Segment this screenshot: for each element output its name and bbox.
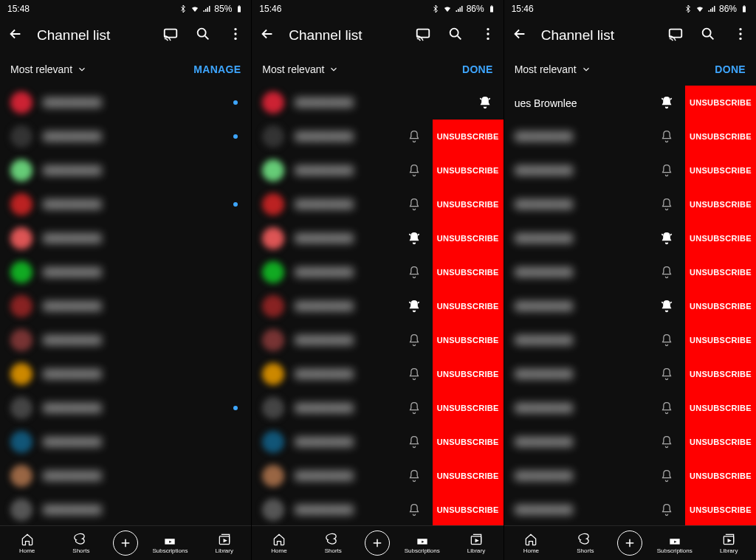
channel-row[interactable]: ████████UNSUBSCRIBE — [504, 493, 756, 525]
unsubscribe-button[interactable]: UNSUBSCRIBE — [433, 493, 504, 525]
channel-row[interactable]: ████████UNSUBSCRIBE — [252, 255, 503, 289]
cast-icon[interactable] — [162, 26, 179, 45]
unsubscribe-button[interactable]: UNSUBSCRIBE — [685, 493, 756, 525]
channel-row[interactable]: ████████UNSUBSCRIBE — [504, 425, 756, 459]
unsubscribe-button[interactable]: UNSUBSCRIBE — [685, 221, 756, 255]
unsubscribe-button[interactable]: UNSUBSCRIBE — [685, 289, 756, 323]
nav-subscriptions[interactable]: Subscriptions — [653, 532, 697, 554]
channel-row[interactable]: ████████UNSUBSCRIBE — [504, 289, 756, 323]
channel-row[interactable]: ████████UNSUBSCRIBE — [504, 459, 756, 493]
channel-row[interactable]: ████████UNSUBSCRIBE — [504, 120, 756, 153]
channel-row[interactable]: ████████UNSUBSCRIBE — [504, 391, 756, 425]
sort-dropdown[interactable]: Most relevant — [10, 63, 87, 75]
channel-list[interactable]: ████████████████████████████████████████… — [0, 86, 251, 525]
nav-subscriptions[interactable]: Subscriptions — [400, 532, 444, 554]
channel-row[interactable]: ████████ — [0, 86, 251, 120]
channel-row[interactable]: ████████ — [252, 86, 503, 120]
notification-bell-icon[interactable] — [659, 230, 675, 246]
notification-bell-icon[interactable] — [659, 468, 675, 484]
notification-bell-icon[interactable] — [406, 502, 422, 518]
channel-row[interactable]: ████████UNSUBSCRIBE — [252, 493, 503, 525]
channel-row[interactable]: ████████UNSUBSCRIBE — [252, 120, 503, 153]
channel-row[interactable]: ████████UNSUBSCRIBE — [504, 357, 756, 391]
done-button[interactable]: DONE — [715, 63, 746, 75]
channel-row[interactable]: ████████ — [0, 289, 251, 323]
channel-row[interactable]: ████████UNSUBSCRIBE — [252, 153, 503, 187]
notification-bell-icon[interactable] — [406, 434, 422, 450]
channel-row[interactable]: ████████UNSUBSCRIBE — [252, 187, 503, 221]
notification-bell-icon[interactable] — [477, 94, 493, 111]
channel-row[interactable]: ████████ — [0, 493, 251, 525]
channel-row[interactable]: ████████ — [0, 357, 251, 391]
channel-row[interactable]: ████████ — [0, 391, 251, 425]
nav-home[interactable]: Home — [257, 532, 301, 554]
cast-icon[interactable] — [415, 26, 431, 45]
back-button[interactable] — [7, 26, 24, 45]
notification-bell-icon[interactable] — [406, 162, 422, 179]
notification-bell-icon[interactable] — [659, 400, 675, 416]
channel-row[interactable]: ████████UNSUBSCRIBE — [252, 323, 503, 357]
channel-row[interactable]: ████████UNSUBSCRIBE — [252, 425, 503, 459]
nav-home[interactable]: Home — [509, 532, 553, 554]
channel-row[interactable]: ████████ — [0, 187, 251, 221]
channel-row[interactable]: ████████ — [0, 323, 251, 357]
channel-row[interactable]: ████████ — [0, 221, 251, 255]
search-icon[interactable] — [195, 26, 211, 45]
nav-shorts[interactable]: Shorts — [563, 532, 608, 554]
more-icon[interactable] — [480, 26, 496, 45]
unsubscribe-button[interactable]: UNSUBSCRIBE — [685, 255, 756, 289]
channel-row[interactable]: ████████UNSUBSCRIBE — [252, 289, 503, 323]
unsubscribe-button[interactable]: UNSUBSCRIBE — [685, 425, 756, 459]
notification-bell-icon[interactable] — [659, 298, 675, 314]
manage-button[interactable]: MANAGE — [193, 63, 241, 75]
unsubscribe-button[interactable]: UNSUBSCRIBE — [433, 289, 504, 323]
channel-row[interactable]: ████████UNSUBSCRIBE — [504, 323, 756, 357]
more-icon[interactable] — [227, 26, 244, 45]
channel-row[interactable]: ████████UNSUBSCRIBE — [252, 357, 503, 391]
nav-create[interactable] — [365, 530, 390, 556]
channel-row[interactable]: ues BrownleeUNSUBSCRIBE — [504, 86, 756, 120]
sort-dropdown[interactable]: Most relevant — [515, 63, 591, 75]
unsubscribe-button[interactable]: UNSUBSCRIBE — [685, 357, 756, 391]
sort-dropdown[interactable]: Most relevant — [262, 63, 339, 75]
nav-shorts[interactable]: Shorts — [59, 532, 103, 554]
notification-bell-icon[interactable] — [406, 298, 422, 314]
back-button[interactable] — [259, 26, 275, 45]
notification-bell-icon[interactable] — [406, 332, 422, 348]
search-icon[interactable] — [447, 26, 464, 45]
channel-list[interactable]: ████████████████UNSUBSCRIBE████████UNSUB… — [252, 86, 503, 525]
unsubscribe-button[interactable]: UNSUBSCRIBE — [433, 323, 504, 357]
channel-row[interactable]: ████████UNSUBSCRIBE — [504, 187, 756, 221]
unsubscribe-button[interactable]: UNSUBSCRIBE — [433, 187, 504, 221]
notification-bell-icon[interactable] — [659, 162, 675, 179]
channel-row[interactable]: ████████UNSUBSCRIBE — [504, 221, 756, 255]
channel-row[interactable]: ████████UNSUBSCRIBE — [252, 459, 503, 493]
channel-row[interactable]: ████████UNSUBSCRIBE — [504, 153, 756, 187]
unsubscribe-button[interactable]: UNSUBSCRIBE — [433, 120, 504, 153]
notification-bell-icon[interactable] — [659, 434, 675, 450]
unsubscribe-button[interactable]: UNSUBSCRIBE — [433, 391, 504, 425]
unsubscribe-button[interactable]: UNSUBSCRIBE — [433, 425, 504, 459]
back-button[interactable] — [512, 26, 528, 45]
notification-bell-icon[interactable] — [406, 366, 422, 382]
nav-library[interactable]: Library — [202, 532, 247, 554]
channel-row[interactable]: ████████ — [0, 255, 251, 289]
nav-library[interactable]: Library — [707, 532, 751, 554]
channel-list[interactable]: ues BrownleeUNSUBSCRIBE████████UNSUBSCRI… — [504, 86, 756, 525]
nav-subscriptions[interactable]: Subscriptions — [148, 532, 192, 554]
channel-row[interactable]: ████████UNSUBSCRIBE — [252, 391, 503, 425]
notification-bell-icon[interactable] — [659, 366, 675, 382]
done-button[interactable]: DONE — [462, 63, 493, 75]
nav-create[interactable] — [113, 530, 138, 556]
channel-row[interactable]: ████████ — [0, 425, 251, 459]
more-icon[interactable] — [732, 26, 749, 45]
notification-bell-icon[interactable] — [406, 196, 422, 212]
unsubscribe-button[interactable]: UNSUBSCRIBE — [433, 153, 504, 187]
nav-home[interactable]: Home — [5, 532, 49, 554]
notification-bell-icon[interactable] — [659, 502, 675, 518]
notification-bell-icon[interactable] — [659, 332, 675, 348]
unsubscribe-button[interactable]: UNSUBSCRIBE — [685, 459, 756, 493]
notification-bell-icon[interactable] — [659, 196, 675, 212]
cast-icon[interactable] — [667, 26, 684, 45]
unsubscribe-button[interactable]: UNSUBSCRIBE — [685, 86, 756, 120]
